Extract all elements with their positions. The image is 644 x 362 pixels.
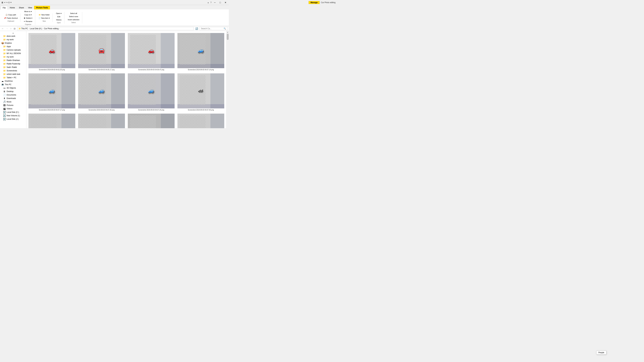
file-item[interactable]: 🚗 Screenshot 2019-09-03 04.06.47.png [127, 32, 176, 71]
new-label: New [42, 20, 46, 22]
select-all-btn[interactable]: Select all [69, 12, 78, 15]
search-input[interactable] [201, 28, 223, 30]
sidebar-label-my-work: my work [6, 38, 14, 41]
tab-file[interactable]: File [1, 6, 8, 10]
tab-view[interactable]: View [26, 6, 34, 10]
open-btn[interactable]: Open ▾ [54, 12, 63, 15]
sidebar-icon-tablet-pc: 📁 [3, 76, 6, 79]
file-item[interactable]: 🚙 Screenshot 2019-09-03 04.07.14.png [177, 32, 225, 71]
sidebar-item-videos[interactable]: 🎬 Videos [0, 107, 26, 110]
file-item[interactable]: 🚗 Screenshot 2019-09-03 04.07.43.png [28, 113, 76, 128]
tab-share[interactable]: Share [17, 6, 26, 10]
sidebar-item-local-disk-j[interactable]: 💽 Local Disk (J:) [0, 117, 26, 121]
sidebar-item-my-work2[interactable]: 📁 my work [0, 55, 26, 58]
clipboard-label: Clipboard [8, 20, 14, 22]
sidebar-icon-my-work: 📁 [3, 38, 6, 41]
sidebar-item-downloads[interactable]: ⬇ Downloads [0, 97, 26, 100]
search-box[interactable]: 🔍 [200, 27, 228, 30]
refresh-btn[interactable]: 🔄 [195, 27, 199, 30]
ribbon-group-open: Open ▾ Edit History Open [53, 12, 64, 24]
file-thumbnail: 🚙 [78, 73, 125, 108]
dropdown-btn[interactable]: ▾ [10, 2, 12, 4]
minimize-btn[interactable]: ─ [213, 1, 217, 4]
sidebar-icon-3d-objects: 🗂 [3, 87, 6, 89]
address-path[interactable]: 📁 This PC › Local Disk (K:) › Car Photo … [17, 27, 194, 30]
file-item[interactable]: 🚗 Screenshot 2019-09-03 04.08.25.png [177, 113, 225, 128]
edit-btn[interactable]: Edit [56, 15, 62, 18]
sidebar-item-rakib-shahlam[interactable]: 📁 Rakib+Shahlam [0, 58, 26, 62]
invert-selection-btn[interactable]: Invert selection [66, 18, 81, 21]
copy-to-btn[interactable]: Copy to ▾ [23, 13, 33, 16]
file-item[interactable]: 🚙 Screenshot 2019-09-03 04.07.20.png [77, 72, 126, 112]
sidebar-item-tablet-pc[interactable]: 📁 Tablet + PC [0, 76, 26, 79]
sidebar-item-pictures[interactable]: 🖼 Pictures [0, 104, 26, 107]
sidebar-icon-sadi-rakib: 📁 [3, 66, 6, 68]
forward-btn[interactable]: → [5, 27, 9, 30]
file-item[interactable]: 🚙 Screenshot 2019-09-03 04.07.17.png [28, 72, 76, 112]
paste-shortcut-btn[interactable]: 📌 Paste shortcut [2, 17, 19, 20]
file-item[interactable]: 🚗 Screenshot 2019-09-03 04.02.25.png [28, 32, 76, 71]
help-btn[interactable]: ? [210, 1, 212, 4]
tab-picture-tools[interactable]: Picture Tools [34, 6, 50, 10]
sidebar-item-dropbox[interactable]: 📦 Dropbox [0, 41, 26, 45]
sidebar-label-rakib-fasterclip: Rakib-Fasterclip [6, 63, 20, 65]
up-btn[interactable]: ↑ [10, 27, 12, 30]
sidebar-item-music[interactable]: 🎵 Music [0, 100, 26, 104]
sidebar-item-sohel-rakib[interactable]: 📁 sohel+rakib task [0, 72, 26, 76]
move-to-btn[interactable]: Move to ▾ [23, 10, 33, 13]
sidebar-label-videos: Videos [6, 108, 12, 110]
copy-path-btn[interactable]: 📋 Copy path [4, 13, 18, 16]
new-item-btn[interactable]: 📄 New item ▾ [37, 17, 51, 20]
sidebar-item-my-work[interactable]: 📁 my work [0, 38, 26, 41]
select-none-btn[interactable]: Select none [68, 15, 80, 18]
scrollbar[interactable]: ▲ ▼ [226, 31, 229, 128]
sidebar-item-new-volume-i[interactable]: 💽 New Volume (I:) [0, 114, 26, 117]
sidebar-item-rakib-fasterclip[interactable]: 📁 Rakib-Fasterclip [0, 62, 26, 66]
path-sep2: › [43, 28, 43, 30]
path-localdisk[interactable]: Local Disk (K:) [30, 28, 42, 30]
redo-btn[interactable]: ↪ [6, 2, 8, 4]
close-btn[interactable]: ✕ [224, 1, 228, 4]
file-thumbnail: 🚗 [128, 33, 174, 68]
sidebar-label-music: Music [6, 101, 12, 103]
file-name: Screenshot 2019-09-03 04.06.47.png [138, 69, 164, 70]
sidebar-item-sadi-rakib[interactable]: 📁 Sadi+ Rakib [0, 66, 26, 69]
file-item[interactable]: 🚙 Screenshot 2019-09-03 04.07.24.png [127, 72, 176, 112]
file-thumbnail: 🚙 [128, 114, 174, 128]
rename-btn[interactable]: ✏ Rename [22, 20, 34, 23]
file-item[interactable]: 🏎 Screenshot 2019-09-03 04.07.35.png [177, 72, 225, 112]
recent-btn[interactable]: ⊟ [13, 27, 16, 30]
maximize-btn[interactable]: □ [218, 1, 222, 4]
sidebar-item-apps[interactable]: 📁 Apps [0, 45, 26, 48]
sidebar-item-onedrive[interactable]: ☁ OneDrive [0, 79, 26, 83]
sidebar-item-this-pc[interactable]: 💻 This PC [0, 83, 26, 86]
back-btn[interactable]: ← [1, 27, 4, 30]
expand-ribbon-btn[interactable]: ▲ [207, 2, 209, 4]
properties-btn[interactable]: 🗒 [8, 2, 10, 4]
file-thumbnail: 🚙 [78, 114, 125, 128]
file-item[interactable]: 🚘 Screenshot 2019-09-03 04.05.17.png [77, 32, 126, 71]
undo-btn[interactable]: ↩ [4, 2, 6, 4]
file-item[interactable]: 🚙 Screenshot 2019-09-03 04.08.12.png [127, 113, 176, 128]
sidebar-item-desktop[interactable]: 🖥 Desktop [0, 90, 26, 93]
ribbon-commands: 📋 Copy path 📌 Paste shortcut Clipboard M… [0, 10, 229, 26]
tab-home[interactable]: Home [8, 6, 17, 10]
sidebar-item-my-all-design[interactable]: 📁 MY ALL DESIGN [0, 52, 26, 55]
ribbon: File Home Share View Picture Tools 📋 Cop… [0, 5, 229, 26]
sidebar-item-done-work[interactable]: 📁 done work [0, 34, 26, 38]
sidebar-item-camera-uploads[interactable]: 📁 Camera Uploads [0, 48, 26, 52]
history-btn[interactable]: History [55, 18, 63, 21]
new-folder-btn[interactable]: 📁 New folder [37, 13, 51, 16]
file-content: 🚗 Screenshot 2019-09-03 04.02.25.png 🚘 S… [26, 31, 226, 128]
sidebar-label-tablet-pc: Tablet + PC [6, 76, 16, 79]
path-thispc[interactable]: This PC [21, 28, 28, 30]
sidebar-scroll-up[interactable]: ▲ [0, 32, 26, 34]
file-item[interactable]: 🚙 Screenshot 2019-09-03 04.07.49.png [77, 113, 126, 128]
sidebar-item-screenshots[interactable]: 📁 Screenshots [0, 69, 26, 72]
file-thumbnail: 🚘 [78, 33, 125, 68]
delete-btn[interactable]: 🗑 Delete ▾ [22, 17, 34, 20]
sidebar-item-local-disk-c[interactable]: 💽 Local Disk (C:) [0, 110, 26, 114]
path-folder[interactable]: Car Photo editing [44, 28, 58, 30]
sidebar-item-3d-objects[interactable]: 🗂 3D Objects [0, 86, 26, 90]
sidebar-item-documents[interactable]: 📄 Documents [0, 93, 26, 97]
